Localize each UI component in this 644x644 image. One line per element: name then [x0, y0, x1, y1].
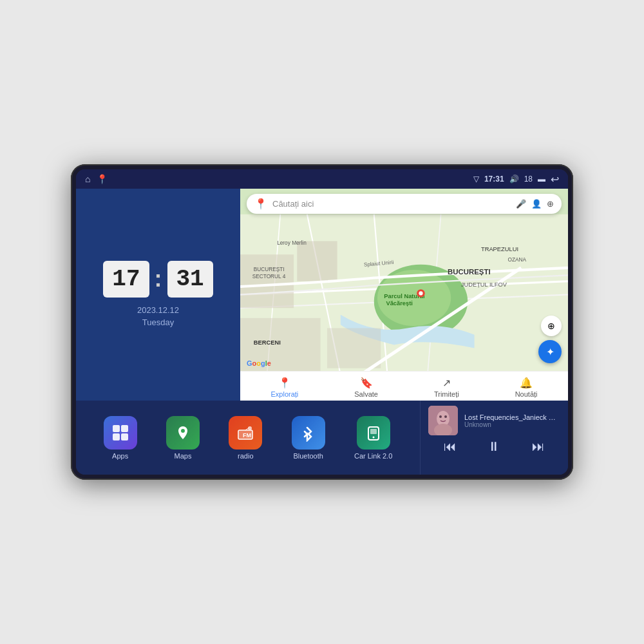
- news-icon: 🔔: [520, 377, 533, 389]
- map-nav-saved[interactable]: 🔖 Salvate: [354, 377, 378, 398]
- svg-point-38: [372, 436, 374, 438]
- svg-text:SECTORUL 4: SECTORUL 4: [252, 273, 286, 279]
- music-title: Lost Frequencies_Janieck Devy-...: [464, 413, 560, 421]
- device-screen: ⌂ 📍 ▽ 17:31 🔊 18 ▬ ↩ 17 :: [76, 169, 568, 475]
- clock-minute: 31: [167, 261, 213, 298]
- svg-text:OZANA: OZANA: [508, 256, 527, 263]
- status-right: ▽ 17:31 🔊 18 ▬ ↩: [473, 173, 559, 185]
- svg-point-42: [439, 415, 442, 418]
- mic-icon[interactable]: 🎤: [516, 199, 526, 209]
- signal-icon: ▽: [473, 175, 479, 184]
- music-info: Lost Frequencies_Janieck Devy-... Unknow…: [464, 413, 560, 428]
- radio-label: radio: [238, 452, 253, 460]
- svg-rect-12: [327, 328, 381, 368]
- music-album-art: [428, 406, 458, 435]
- prev-button[interactable]: ⏮: [444, 439, 457, 454]
- saved-icon: 🔖: [360, 377, 373, 389]
- volume-icon: 🔊: [509, 175, 519, 184]
- back-icon[interactable]: ↩: [551, 173, 559, 185]
- map-nav-news[interactable]: 🔔 Noutăți: [515, 377, 538, 398]
- app-item-radio[interactable]: FM radio: [229, 416, 262, 460]
- clock-colon: :: [155, 265, 162, 292]
- svg-point-43: [444, 415, 447, 418]
- app-item-maps[interactable]: Maps: [166, 416, 200, 460]
- music-panel: Lost Frequencies_Janieck Devy-... Unknow…: [420, 401, 568, 475]
- apps-icon: [104, 416, 137, 450]
- svg-rect-26: [113, 425, 120, 432]
- svg-text:JUDEȚUL ILFOV: JUDEȚUL ILFOV: [461, 281, 507, 288]
- map-nav-bar: 📍 Explorați 🔖 Salvate ↗ Trimiteți 🔔: [240, 371, 568, 401]
- apps-label: Apps: [112, 452, 128, 460]
- saved-label: Salvate: [354, 390, 378, 398]
- svg-rect-29: [121, 433, 128, 440]
- maps-pin-icon[interactable]: 📍: [97, 174, 108, 184]
- layers-icon[interactable]: ⊕: [547, 199, 554, 209]
- status-bar: ⌂ 📍 ▽ 17:31 🔊 18 ▬ ↩: [76, 169, 568, 189]
- carlink-icon: [357, 416, 390, 450]
- play-pause-button[interactable]: ⏸: [488, 439, 500, 454]
- svg-point-23: [419, 291, 422, 295]
- google-logo: Google: [247, 359, 271, 367]
- explore-label: Explorați: [270, 390, 298, 398]
- app-item-bluetooth[interactable]: Bluetooth: [292, 416, 325, 460]
- top-row: 17 : 31 2023.12.12 Tuesday: [76, 189, 568, 401]
- app-item-carlink[interactable]: Car Link 2.0: [354, 416, 392, 460]
- share-label: Trimiteți: [434, 390, 459, 398]
- svg-point-30: [181, 429, 185, 433]
- clock-hour: 17: [103, 261, 149, 298]
- map-nav-explore[interactable]: 📍 Explorați: [270, 377, 298, 398]
- svg-text:Leroy Merlin: Leroy Merlin: [277, 240, 307, 246]
- map-search-placeholder[interactable]: Căutați aici: [272, 199, 511, 209]
- map-search-actions: 🎤 👤 ⊕: [516, 199, 554, 209]
- music-artist: Unknown: [464, 421, 560, 428]
- music-controls: ⏮ ⏸ ⏭: [428, 439, 560, 454]
- svg-text:Văcărești: Văcărești: [386, 300, 412, 307]
- maps-icon: [166, 416, 200, 450]
- bluetooth-label: Bluetooth: [293, 452, 323, 460]
- app-item-apps[interactable]: Apps: [104, 416, 137, 460]
- battery-icon: ▬: [538, 175, 545, 184]
- svg-text:BUCUREȘTI: BUCUREȘTI: [448, 268, 491, 276]
- svg-text:FM: FM: [243, 432, 251, 439]
- map-nav-share[interactable]: ↗ Trimiteți: [434, 377, 459, 398]
- share-icon: ↗: [442, 377, 451, 389]
- clock-date: 2023.12.12 Tuesday: [137, 304, 179, 329]
- bluetooth-icon: [292, 416, 325, 450]
- music-top: Lost Frequencies_Janieck Devy-... Unknow…: [428, 406, 560, 435]
- explore-icon: 📍: [278, 377, 291, 389]
- status-left: ⌂ 📍: [85, 174, 108, 184]
- svg-text:BERCENI: BERCENI: [254, 339, 281, 346]
- next-button[interactable]: ⏭: [532, 439, 545, 454]
- main-area: 17 : 31 2023.12.12 Tuesday: [76, 189, 568, 475]
- svg-rect-37: [370, 429, 377, 434]
- carlink-label: Car Link 2.0: [354, 452, 392, 460]
- svg-text:TRAPEZULUI: TRAPEZULUI: [481, 246, 518, 252]
- radio-icon: FM: [229, 416, 262, 450]
- clock-display: 17 : 31: [103, 261, 213, 298]
- svg-rect-28: [113, 433, 120, 440]
- svg-rect-27: [121, 425, 128, 432]
- device-outer: ⌂ 📍 ▽ 17:31 🔊 18 ▬ ↩ 17 :: [71, 164, 573, 480]
- map-logo-icon: 📍: [254, 198, 267, 210]
- status-time: 17:31: [484, 175, 504, 184]
- maps-label: Maps: [175, 452, 192, 460]
- navigation-button[interactable]: ✦: [538, 340, 562, 363]
- map-panel[interactable]: BUCUREȘTI JUDEȚUL ILFOV BERCENI TRAPEZUL…: [240, 189, 568, 401]
- news-label: Noutăți: [515, 390, 538, 398]
- svg-rect-9: [240, 254, 294, 308]
- svg-rect-10: [297, 241, 337, 281]
- account-icon[interactable]: 👤: [531, 199, 542, 209]
- clock-panel: 17 : 31 2023.12.12 Tuesday: [76, 189, 240, 401]
- battery-level: 18: [524, 175, 533, 184]
- bottom-row: Apps Maps: [76, 401, 568, 475]
- map-search-bar[interactable]: 📍 Căutați aici 🎤 👤 ⊕: [247, 194, 562, 214]
- svg-text:BUCUREȘTI: BUCUREȘTI: [254, 266, 285, 272]
- compass-button[interactable]: ⊕: [541, 316, 562, 336]
- apps-row: Apps Maps: [76, 401, 420, 475]
- home-icon[interactable]: ⌂: [85, 174, 90, 184]
